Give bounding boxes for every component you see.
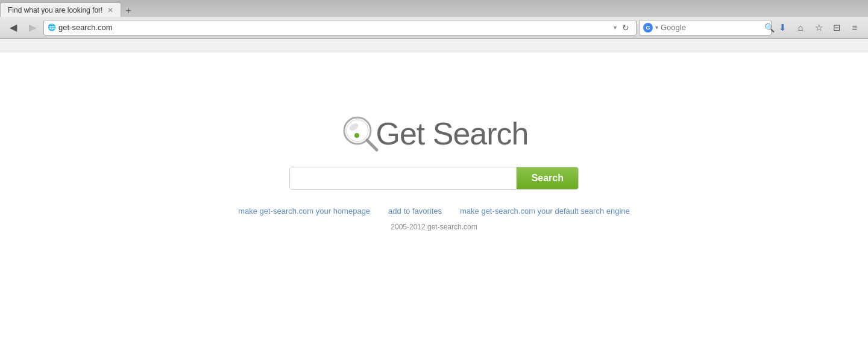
address-input[interactable]: [58, 23, 611, 32]
search-engine-icon: G: [643, 23, 653, 33]
new-tab-button[interactable]: +: [121, 5, 136, 17]
back-icon: ◀: [10, 22, 17, 33]
search-form: Search: [289, 167, 579, 190]
bookmarks-bar: [0, 39, 868, 52]
menu-icon: ≡: [852, 22, 858, 33]
favorites-button[interactable]: ☆: [810, 20, 827, 36]
svg-line-3: [367, 140, 377, 150]
active-tab[interactable]: Find what you are looking for! ✕: [0, 2, 121, 17]
tab-label: Find what you are looking for!: [8, 6, 102, 14]
favorites-link[interactable]: add to favorites: [388, 206, 442, 216]
plus-icon: +: [126, 5, 131, 16]
download-icon: ⬇: [779, 22, 787, 33]
home-button[interactable]: ⌂: [792, 20, 809, 36]
toolbar-right-buttons: ⬇ ⌂ ☆ ⊟ ≡: [774, 20, 863, 36]
copyright-text: 2005-2012 get-search.com: [391, 223, 477, 231]
browser-search-bar: G ▾ 🔍: [639, 20, 772, 36]
star-icon: ☆: [815, 22, 823, 33]
search-go-icon: 🔍: [764, 23, 775, 33]
tab-bar: Find what you are looking for! ✕ +: [0, 0, 868, 17]
menu-button[interactable]: ≡: [846, 20, 863, 36]
site-icon: 🌐: [48, 23, 56, 31]
browser-search-go-button[interactable]: 🔍: [764, 22, 775, 33]
bookmarks-button[interactable]: ⊟: [828, 20, 845, 36]
forward-button[interactable]: ▶: [24, 20, 41, 36]
bookmarks-icon: ⊟: [833, 22, 841, 33]
browser-search-input[interactable]: [661, 23, 762, 32]
default-search-link[interactable]: make get-search.com your default search …: [460, 206, 630, 216]
refresh-button[interactable]: ↻: [619, 21, 632, 34]
search-button-label: Search: [532, 173, 564, 183]
logo-area: Get Search: [339, 113, 528, 155]
tab-close-icon[interactable]: ✕: [107, 6, 113, 14]
forward-icon: ▶: [29, 22, 36, 33]
home-icon: ⌂: [797, 22, 803, 33]
search-engine-dropdown-icon[interactable]: ▾: [655, 24, 658, 31]
address-dropdown-icon[interactable]: ▾: [614, 24, 617, 31]
back-button[interactable]: ◀: [5, 20, 22, 36]
main-search-input[interactable]: [290, 167, 517, 189]
browser-toolbar: ◀ ▶ 🌐 ▾ ↻ G ▾ 🔍 ⬇: [0, 17, 868, 39]
magnifier-logo-icon: [339, 113, 382, 155]
download-button[interactable]: ⬇: [774, 20, 791, 36]
logo-text: Get Search: [376, 116, 528, 152]
svg-point-1: [347, 120, 368, 141]
main-search-button[interactable]: Search: [517, 167, 578, 189]
page-content: Get Search Search make get-search.com yo…: [0, 52, 868, 360]
svg-point-4: [354, 133, 359, 138]
refresh-icon: ↻: [622, 23, 629, 33]
homepage-link[interactable]: make get-search.com your homepage: [238, 206, 370, 216]
address-bar: 🌐 ▾ ↻: [43, 20, 637, 36]
footer-links: make get-search.com your homepage add to…: [238, 206, 630, 216]
